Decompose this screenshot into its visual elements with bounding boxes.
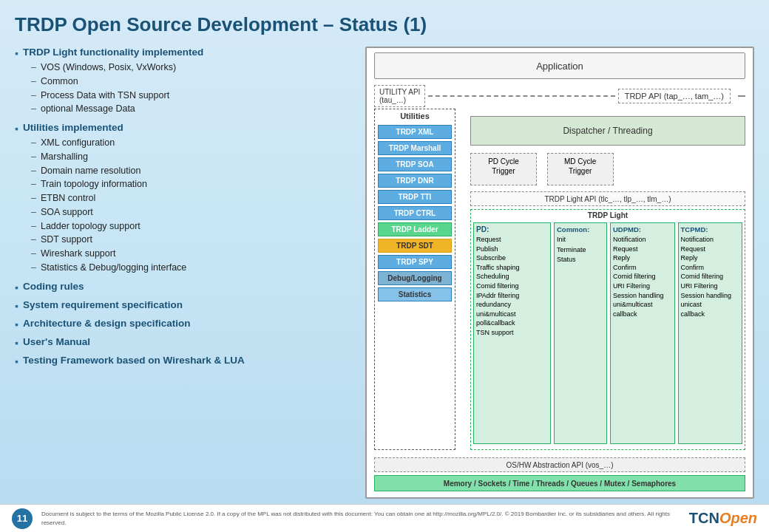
application-bar: Application xyxy=(374,52,745,79)
sub-bullet-1-3: optional Message Data xyxy=(31,102,355,116)
trdp-light-area: TRDP Light PD: Request Publish Subscribe… xyxy=(470,209,745,450)
sub-bullet-2-2: Domain name resolution xyxy=(31,164,355,178)
trdp-light-title: TRDP Light xyxy=(471,210,745,221)
footer-text: Document is subject to the terms of the … xyxy=(41,510,689,526)
pd-col-title: PD: xyxy=(476,225,548,233)
open-text: Open xyxy=(719,510,757,526)
udpmd-item-8: callback xyxy=(613,310,672,319)
pd-item-8: uni&multicast xyxy=(476,310,548,319)
utility-api-box: UTILITY API (tau_…) xyxy=(374,85,425,107)
section-utilities: Utilities implemented XML configuration … xyxy=(15,122,355,275)
trdp-spy-box: TRDP SPY xyxy=(378,255,452,269)
sub-bullet-1-1: Common xyxy=(31,75,355,89)
udpmd-column: UDPMD: Notification Request Reply Confir… xyxy=(610,222,675,444)
sub-bullets-1: VOS (Windows, Posix, VxWorks) Common Pro… xyxy=(31,61,355,116)
utilities-column: Utilities TRDP XML TRDP Marshall TRDP SO… xyxy=(374,109,455,450)
trdp-light-api-label: TRDP Light API (tlc_…, tlp_…, tlm_…) xyxy=(545,195,671,203)
section-heading-4: System requirement specification xyxy=(15,299,355,312)
sub-bullet-2-9: Statistics & Debug/logging interface xyxy=(31,261,355,275)
sub-bullet-2-7: SDT support xyxy=(31,233,355,247)
udpmd-item-3: Confirm xyxy=(613,263,672,273)
udpmd-col-title: UDPMD: xyxy=(613,225,672,233)
section-heading-3: Coding rules xyxy=(15,281,355,293)
section-manual: User's Manual xyxy=(15,336,355,349)
tcpmd-column: TCPMD: Notification Request Reply Confir… xyxy=(678,222,743,444)
section-sysreq: System requirement specification xyxy=(15,299,355,312)
tcpmd-item-7: unicast xyxy=(681,300,740,310)
pd-item-3: Traffic shaping xyxy=(476,263,548,273)
udpmd-item-4: Comid filtering xyxy=(613,272,672,282)
tcpmd-item-8: callback xyxy=(681,310,740,319)
pd-cycle-box: PD Cycle Trigger xyxy=(470,153,537,185)
dispatcher-label: Dispatcher / Threading xyxy=(563,126,652,136)
pd-item-9: poll&callback xyxy=(476,318,548,328)
tcpmd-item-3: Confirm xyxy=(681,263,740,273)
common-item-0: Init xyxy=(557,235,604,245)
os-hw-label: OS/HW Abstraction API (vos_…) xyxy=(506,461,613,469)
section-heading-1: TRDP Light functionality implemented xyxy=(15,47,355,59)
pd-item-0: Request xyxy=(476,235,548,245)
utility-api-row: UTILITY API (tau_…) TRDP API (tap_…, tam… xyxy=(374,85,745,107)
section-heading-5: Architecture & design specification xyxy=(15,318,355,330)
trdp-light-api-bar: TRDP Light API (tlc_…, tlp_…, tlm_…) xyxy=(470,191,745,206)
sub-bullet-2-6: Ladder topology support xyxy=(31,219,355,233)
md-trigger-label: Trigger xyxy=(551,166,610,176)
section-coding: Coding rules xyxy=(15,281,355,293)
tcpmd-item-1: Request xyxy=(681,245,740,254)
tcn-text: TCN xyxy=(689,510,719,526)
section-heading-6: User's Manual xyxy=(15,336,355,349)
sub-bullet-2-4: ETBN control xyxy=(31,191,355,205)
page-number: 11 xyxy=(12,508,33,529)
pd-column: PD: Request Publish Subscribe Traffic sh… xyxy=(473,222,551,444)
statistics-box: Statistics xyxy=(378,287,452,301)
trdp-ctrl-box: TRDP CTRL xyxy=(378,206,452,220)
pd-item-4: Scheduling xyxy=(476,272,548,282)
udpmd-item-5: URI Filtering xyxy=(613,282,672,291)
pd-item-10: TSN support xyxy=(476,328,548,338)
sub-bullet-2-8: Wireshark support xyxy=(31,247,355,261)
sub-bullet-2-5: SOA support xyxy=(31,205,355,219)
pd-trigger-label: Trigger xyxy=(474,166,533,176)
trdp-api-label: TRDP API (tap_…, tam_…) xyxy=(618,89,731,103)
trdp-soa-box: TRDP SOA xyxy=(378,157,452,171)
trdp-ladder-box: TRDP Ladder xyxy=(378,222,452,236)
udpmd-item-2: Reply xyxy=(613,253,672,263)
sub-bullet-2-3: Train topology information xyxy=(31,177,355,191)
tcpmd-col-title: TCPMD: xyxy=(681,225,740,233)
sub-bullet-1-0: VOS (Windows, Posix, VxWorks) xyxy=(31,61,355,75)
tcpmd-item-4: Comid filtering xyxy=(681,272,740,282)
left-column: TRDP Light functionality implemented VOS… xyxy=(15,47,355,499)
dashed-line-1 xyxy=(428,95,614,97)
right-column: Application UTILITY API (tau_…) TRDP API… xyxy=(365,47,754,499)
udpmd-item-6: Session handling xyxy=(613,291,672,301)
trdp-tti-box: TRDP TTI xyxy=(378,190,452,204)
sub-bullet-2-1: Marshalling xyxy=(31,150,355,164)
pd-item-2: Subscribe xyxy=(476,253,548,263)
tcpmd-item-5: URI Filtering xyxy=(681,282,740,291)
architecture-diagram: Application UTILITY API (tau_…) TRDP API… xyxy=(365,47,754,499)
trdp-sdt-box: TRDP SDT xyxy=(378,239,452,253)
common-col-title: Common: xyxy=(557,225,604,233)
common-column: Common: Init Terminate Status xyxy=(554,222,607,444)
debug-logging-box: Debug/Logging xyxy=(378,271,452,285)
dashed-line-2 xyxy=(738,95,745,97)
utility-api-line2: (tau_…) xyxy=(379,96,420,104)
common-item-2: Status xyxy=(557,255,604,265)
section-heading-2: Utilities implemented xyxy=(15,122,355,134)
pd-cycle-label: PD Cycle xyxy=(474,157,533,166)
md-cycle-box: MD Cycle Trigger xyxy=(547,153,614,185)
section-trdp-light: TRDP Light functionality implemented VOS… xyxy=(15,47,355,116)
footer: 11 Document is subject to the terms of t… xyxy=(0,504,769,532)
trdp-light-inner: PD: Request Publish Subscribe Traffic sh… xyxy=(471,221,745,446)
udpmd-item-7: uni&multicast xyxy=(613,300,672,310)
trdp-xml-box: TRDP XML xyxy=(378,125,452,139)
app-label: Application xyxy=(536,61,583,72)
memory-bar: Memory / Sockets / Time / Threads / Queu… xyxy=(374,475,745,491)
common-item-1: Terminate xyxy=(557,245,604,256)
memory-label: Memory / Sockets / Time / Threads / Queu… xyxy=(444,480,676,488)
pd-item-1: Publish xyxy=(476,245,548,254)
utility-api-line1: UTILITY API xyxy=(379,88,420,96)
sub-bullet-1-2: Process Data with TSN support xyxy=(31,89,355,103)
dispatcher-box: Dispatcher / Threading xyxy=(470,116,745,146)
slide-title: TRDP Open Source Development – Status (1… xyxy=(15,13,754,36)
